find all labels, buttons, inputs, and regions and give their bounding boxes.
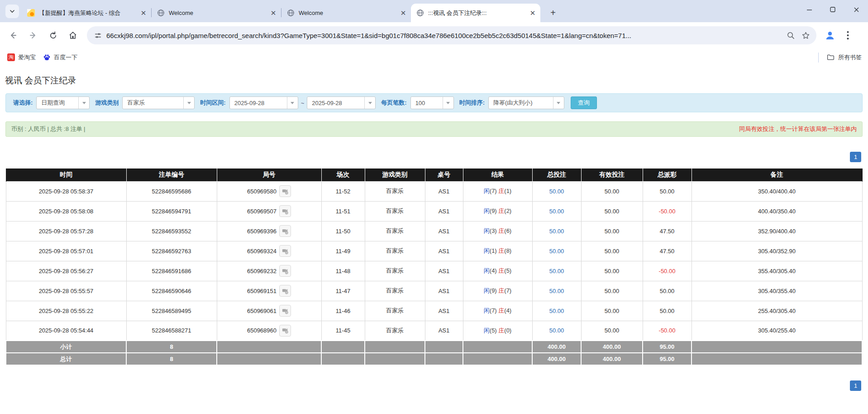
cell-time: 2025-09-28 05:55:57	[6, 281, 126, 301]
forum-favicon-icon	[27, 9, 35, 17]
result-player: 闲	[484, 207, 490, 214]
cell-total-bet[interactable]: 50.00	[532, 261, 581, 281]
back-button[interactable]	[6, 29, 20, 42]
pagination-page-1-bottom[interactable]: 1	[850, 380, 861, 391]
url-text[interactable]: 66cxkj98.com/ipl/portal.php/game/betreco…	[106, 32, 787, 39]
pagination-page-1-top[interactable]: 1	[850, 152, 861, 162]
video-replay-button[interactable]	[279, 205, 291, 217]
video-replay-button[interactable]	[279, 225, 291, 237]
cell-round-id: 650969507	[217, 201, 321, 221]
cell-game-type: 百家乐	[365, 281, 425, 301]
table-header-row: 时间注单编号局号场次游戏类别桌号结果总投注有效投注总派彩备注	[6, 168, 862, 181]
total-bet-link[interactable]: 50.00	[549, 248, 564, 255]
result-banker: 庄	[498, 307, 504, 314]
cell-game-type: 百家乐	[365, 201, 425, 221]
game-type-select[interactable]: 百家乐	[122, 96, 195, 109]
total-bet-link[interactable]: 50.00	[549, 208, 564, 215]
total-bet-link[interactable]: 50.00	[549, 288, 564, 294]
new-tab-button[interactable]: +	[547, 6, 559, 19]
all-bookmarks[interactable]: 所有书签	[818, 53, 862, 63]
cell-bet-id: 522846589495	[126, 301, 217, 321]
site-info-icon[interactable]	[94, 32, 102, 39]
tab-bet-records-active[interactable]: :::视讯 会员下注纪录::: ✕	[411, 4, 540, 22]
menu-kebab-icon[interactable]	[843, 31, 853, 40]
date-to-select[interactable]: 2025-09-28	[307, 96, 376, 109]
bookmark-star-icon[interactable]	[801, 31, 810, 40]
total-bet-link[interactable]: 50.00	[549, 228, 564, 235]
bookmark-baidu[interactable]: 百度一下	[43, 53, 77, 62]
tab-welcome-1[interactable]: Welcome ✕	[152, 4, 281, 22]
total-row-cell-5	[425, 353, 463, 365]
bookmark-taobao[interactable]: 淘 爱淘宝	[7, 53, 36, 62]
tab-forum[interactable]: 【新提醒】海燕策略论坛 - 综合 ✕	[22, 4, 151, 22]
profile-avatar-icon[interactable]	[825, 30, 835, 41]
total-bet-link[interactable]: 50.00	[549, 188, 564, 195]
result-banker: 庄	[498, 188, 504, 194]
cell-total-bet[interactable]: 50.00	[532, 241, 581, 261]
total-bet-link[interactable]: 50.00	[549, 327, 564, 334]
page-size-select[interactable]: 100	[410, 96, 454, 109]
bet-records-table: 时间注单编号局号场次游戏类别桌号结果总投注有效投注总派彩备注 2025-09-2…	[5, 168, 863, 366]
tab-welcome-2[interactable]: Welcome ✕	[281, 4, 411, 22]
browser-window: 【新提醒】海燕策略论坛 - 综合 ✕ Welcome ✕ Welcome ✕ :…	[0, 0, 868, 414]
column-header-6: 结果	[463, 168, 532, 181]
round-id-text: 650969151	[247, 288, 277, 294]
browser-toolbar: 66cxkj98.com/ipl/portal.php/game/betreco…	[0, 22, 868, 48]
home-button[interactable]	[66, 29, 80, 42]
maximize-button[interactable]	[821, 0, 844, 19]
total-bet-link[interactable]: 50.00	[549, 308, 564, 314]
video-replay-button[interactable]	[279, 305, 291, 317]
query-mode-select[interactable]: 日期查询	[36, 96, 90, 109]
cell-valid-bet: 50.00	[581, 321, 643, 341]
date-to-value: 2025-09-28	[307, 97, 364, 109]
close-tab-icon[interactable]: ✕	[269, 9, 277, 17]
chevron-down-icon	[553, 97, 564, 109]
video-replay-button[interactable]	[279, 285, 291, 297]
payout-value: 50.00	[660, 188, 675, 195]
cell-time: 2025-09-28 05:57:28	[6, 221, 126, 241]
cell-total-bet[interactable]: 50.00	[532, 221, 581, 241]
video-replay-button[interactable]	[279, 265, 291, 277]
total-bet-link[interactable]: 50.00	[549, 268, 564, 274]
cell-result: 闲(3) 庄(6)	[463, 221, 532, 241]
cell-total-bet[interactable]: 50.00	[532, 301, 581, 321]
reload-button[interactable]	[46, 29, 60, 42]
cell-round-id: 650969324	[217, 241, 321, 261]
video-replay-button[interactable]	[279, 185, 291, 197]
cell-total-bet[interactable]: 50.00	[532, 201, 581, 221]
sort-select[interactable]: 降幂(由大到小)	[488, 96, 564, 109]
cell-remark: 352.90/400.40	[692, 221, 862, 241]
subtotal-row-cell-4	[365, 341, 425, 353]
close-tab-icon[interactable]: ✕	[139, 9, 148, 17]
forward-button[interactable]	[26, 29, 40, 42]
result-banker: 庄	[498, 227, 504, 234]
cell-game-type: 百家乐	[365, 321, 425, 341]
video-replay-button[interactable]	[279, 245, 291, 257]
close-window-button[interactable]	[844, 0, 868, 19]
cell-total-bet[interactable]: 50.00	[532, 321, 581, 341]
video-replay-button[interactable]	[279, 325, 291, 337]
film-icon	[282, 268, 289, 274]
film-icon	[282, 248, 289, 255]
warning-note: 同局有效投注，统一计算在该局第一张注单内	[739, 125, 857, 133]
address-bar[interactable]: 66cxkj98.com/ipl/portal.php/game/betreco…	[87, 26, 816, 44]
cell-result: 闲(1) 庄(8)	[463, 241, 532, 261]
cell-time: 2025-09-28 05:55:22	[6, 301, 126, 321]
cell-remark: 255.40/305.40	[692, 301, 862, 321]
cell-result: 闲(5) 庄(0)	[463, 321, 532, 341]
zoom-icon[interactable]	[787, 31, 795, 40]
cell-total-bet[interactable]: 50.00	[532, 181, 581, 201]
result-player: 闲	[484, 327, 490, 334]
film-icon	[282, 308, 289, 314]
cell-total-bet[interactable]: 50.00	[532, 281, 581, 301]
close-tab-icon[interactable]: ✕	[399, 9, 407, 17]
date-from-select[interactable]: 2025-09-28	[229, 96, 298, 109]
chevron-down-icon	[364, 97, 375, 109]
round-id-text: 650969232	[247, 268, 277, 274]
search-button[interactable]: 查询	[571, 96, 597, 109]
cell-valid-bet: 50.00	[581, 201, 643, 221]
tab-search-button[interactable]	[5, 5, 19, 18]
page-title: 视讯 会员下注纪录	[5, 75, 76, 87]
close-tab-icon[interactable]: ✕	[529, 9, 537, 17]
minimize-button[interactable]	[797, 0, 821, 19]
